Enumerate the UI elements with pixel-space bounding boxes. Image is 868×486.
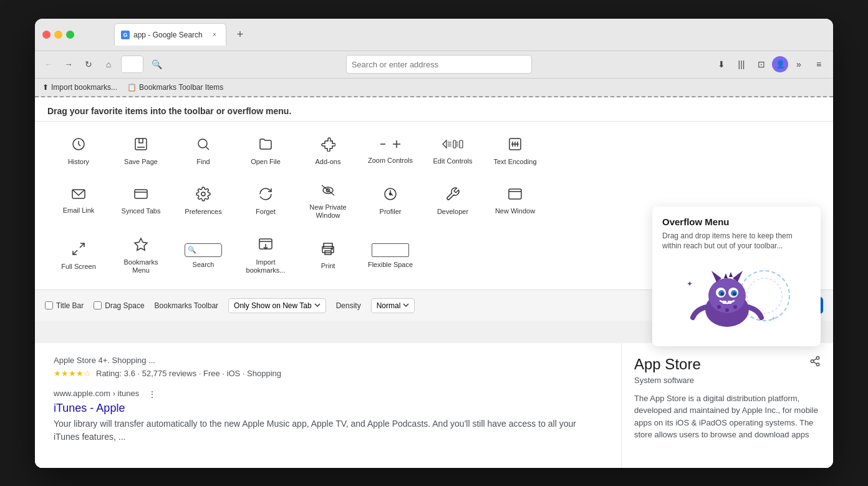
address-bar[interactable] (346, 55, 533, 74)
svg-line-62 (813, 362, 816, 364)
zoom-controls-label: Zoom Controls (368, 157, 413, 165)
print-label: Print (321, 262, 335, 270)
svg-point-55 (725, 308, 729, 312)
kp-title: App Store (634, 356, 701, 373)
import-bookmarks-grid-label: Import bookmarks... (241, 258, 291, 275)
close-button[interactable] (42, 31, 51, 39)
save-page-icon (133, 137, 148, 154)
svg-marker-53 (729, 272, 733, 277)
developer-item[interactable]: Developer (422, 175, 484, 228)
forward-button[interactable]: → (60, 56, 77, 73)
svg-point-2 (198, 139, 207, 148)
tab-close-button[interactable]: × (210, 30, 219, 40)
toolbar-items-label: Bookmarks Toolbar Items (139, 83, 223, 92)
svg-point-56 (733, 305, 737, 309)
forget-item[interactable]: Forget (234, 175, 297, 228)
email-link-item[interactable]: Email Link (47, 175, 110, 228)
overflow-menu-panel: Overflow Menu Drag and drop items here t… (652, 207, 821, 347)
search-results: Apple Store 4+. Shopping ... ★★★★☆ Ratin… (35, 343, 621, 468)
import-bookmarks-item-grid[interactable]: Import bookmarks... (234, 228, 297, 283)
drag-space-checkbox[interactable] (94, 301, 102, 309)
result-title[interactable]: iTunes - Apple (54, 402, 602, 415)
menu-button[interactable]: ≡ (809, 55, 828, 74)
print-item[interactable]: Print (297, 228, 359, 283)
zoom-controls-item[interactable]: Zoom Controls (359, 128, 422, 175)
svg-rect-21 (135, 190, 147, 198)
forget-label: Forget (256, 208, 276, 216)
maximize-button[interactable] (66, 31, 74, 39)
url-bar-empty[interactable] (121, 56, 143, 73)
full-screen-label: Full Screen (61, 263, 96, 271)
right-toolbar: ⬇ ||| ⊡ 👤 » ≡ (712, 55, 828, 74)
email-link-label: Email Link (63, 207, 95, 215)
save-page-label: Save Page (124, 158, 158, 166)
text-encoding-item[interactable]: Text Encoding (484, 128, 546, 175)
overflow-button[interactable]: » (789, 55, 808, 74)
customize-toolbar-panel: Drag your favorite items into the toolba… (35, 97, 833, 321)
import-bookmarks-item[interactable]: ⬆ Import bookmarks... (40, 82, 120, 93)
svg-point-39 (331, 248, 332, 250)
toolbar-visibility-dropdown[interactable]: Only Show on New Tab (228, 298, 326, 313)
result-menu-button[interactable]: ⋮ (144, 388, 160, 401)
toolbar-dropdown-value: Only Show on New Tab (234, 301, 312, 310)
profiler-item[interactable]: Profiler (359, 175, 422, 228)
title-bar: G app - Google Search × + (35, 19, 833, 51)
svg-rect-10 (453, 140, 456, 148)
full-screen-item[interactable]: Full Screen (47, 228, 110, 283)
email-link-icon (71, 188, 86, 203)
title-bar-label: Title Bar (56, 301, 84, 310)
web-content-area: Apple Store 4+. Shopping ... ★★★★☆ Ratin… (35, 343, 833, 468)
new-window-icon (508, 187, 523, 203)
new-private-window-label: New Private Window (303, 203, 353, 220)
find-item[interactable]: Find (172, 128, 234, 175)
kp-description: The App Store is a digital distribution … (634, 392, 821, 441)
new-window-item[interactable]: New Window (484, 175, 546, 228)
rating-details-line: ★★★★☆ Rating: 3.6 · 52,775 reviews · Fre… (54, 369, 602, 378)
history-label: History (68, 158, 89, 166)
search-toolbar-item[interactable]: 🔍 Search (172, 228, 234, 283)
svg-point-60 (811, 359, 814, 362)
overflow-panel-desc: Drag and drop items here to keep them wi… (662, 231, 811, 252)
density-dropdown[interactable]: Normal (371, 298, 415, 313)
profiler-icon (383, 187, 398, 204)
download-button[interactable]: ⬇ (712, 55, 731, 74)
svg-text:✦: ✦ (687, 279, 693, 288)
reload-button[interactable]: ↻ (80, 56, 97, 73)
title-bar-checkbox[interactable] (45, 301, 53, 309)
account-button[interactable]: 👤 (772, 56, 788, 72)
import-bookmarks-icon (258, 237, 273, 255)
title-bar-checkbox-label[interactable]: Title Bar (45, 301, 84, 310)
svg-text:✦: ✦ (771, 315, 776, 322)
back-button[interactable]: ← (40, 56, 57, 73)
new-private-window-item[interactable]: New Private Window (297, 175, 359, 228)
minimize-button[interactable] (54, 31, 62, 39)
active-tab[interactable]: G app - Google Search × (114, 23, 226, 46)
search-toolbar-label: Search (193, 261, 215, 269)
preferences-label: Preferences (185, 208, 221, 216)
density-label-text: Density (336, 301, 361, 310)
preferences-item[interactable]: Preferences (172, 175, 234, 228)
new-tab-button[interactable]: + (231, 26, 249, 43)
drag-space-checkbox-label[interactable]: Drag Space (94, 301, 144, 310)
addons-item[interactable]: Add-ons (297, 128, 359, 175)
home-button[interactable]: ⌂ (100, 56, 117, 73)
svg-marker-33 (135, 238, 147, 250)
history-item[interactable]: History (47, 128, 110, 175)
svg-point-23 (201, 192, 205, 196)
library-button[interactable]: ||| (732, 55, 751, 74)
edit-controls-item[interactable]: Edit Controls (422, 128, 484, 175)
open-file-icon (258, 137, 273, 154)
save-page-item[interactable]: Save Page (110, 128, 172, 175)
density-dropdown-value: Normal (377, 301, 401, 310)
open-file-item[interactable]: Open File (234, 128, 297, 175)
flexible-space-icon (372, 243, 409, 257)
search-bar-button[interactable]: 🔍 (147, 55, 166, 74)
bookmarks-toolbar-items[interactable]: 📋 Bookmarks Toolbar Items (125, 82, 226, 93)
bookmarks-menu-item[interactable]: Bookmarks Menu (110, 228, 172, 283)
synced-tabs-item[interactable]: Synced Tabs (110, 175, 172, 228)
synced-tabs-button[interactable]: ⊡ (752, 55, 771, 74)
flexible-space-item[interactable]: Flexible Space (359, 228, 422, 283)
text-encoding-icon (508, 137, 523, 154)
svg-line-3 (206, 147, 210, 150)
share-button[interactable] (809, 356, 821, 370)
